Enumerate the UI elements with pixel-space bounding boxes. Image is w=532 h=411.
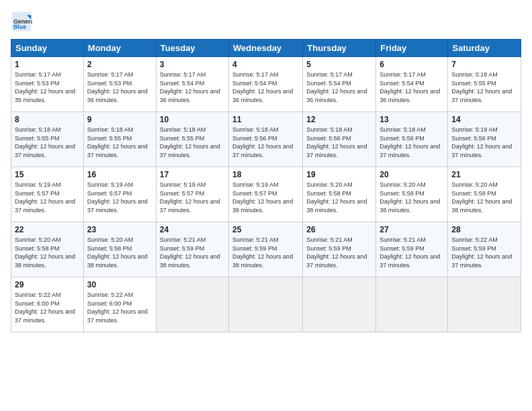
cell-text: Sunrise: 5:20 AMSunset: 5:58 PMDaylight:… bbox=[306, 181, 367, 214]
day-number: 11 bbox=[232, 115, 299, 124]
cell-text: Sunrise: 5:19 AMSunset: 5:56 PMDaylight:… bbox=[451, 126, 512, 158]
cell-text: Sunrise: 5:21 AMSunset: 5:59 PMDaylight:… bbox=[232, 236, 293, 269]
cell-text: Sunrise: 5:19 AMSunset: 5:57 PMDaylight:… bbox=[15, 181, 75, 214]
calendar-cell: 29 Sunrise: 5:22 AMSunset: 6:00 PMDaylig… bbox=[11, 277, 84, 332]
day-number: 15 bbox=[15, 170, 80, 179]
calendar-cell: 17 Sunrise: 5:19 AMSunset: 5:57 PMDaylig… bbox=[156, 167, 228, 222]
day-number: 17 bbox=[160, 170, 225, 179]
col-tuesday: Tuesday bbox=[156, 40, 228, 57]
calendar-cell bbox=[448, 277, 521, 332]
day-number: 28 bbox=[451, 225, 517, 234]
day-number: 16 bbox=[87, 170, 152, 179]
calendar-week-row: 29 Sunrise: 5:22 AMSunset: 6:00 PMDaylig… bbox=[11, 277, 521, 332]
day-number: 5 bbox=[306, 60, 372, 69]
calendar-cell: 6 Sunrise: 5:17 AMSunset: 5:54 PMDayligh… bbox=[376, 57, 448, 112]
calendar-cell: 10 Sunrise: 5:18 AMSunset: 5:55 PMDaylig… bbox=[156, 112, 228, 167]
header: General Blue bbox=[11, 11, 521, 32]
col-saturday: Saturday bbox=[448, 40, 521, 57]
calendar-cell: 14 Sunrise: 5:19 AMSunset: 5:56 PMDaylig… bbox=[448, 112, 521, 167]
cell-text: Sunrise: 5:21 AMSunset: 5:59 PMDaylight:… bbox=[380, 236, 440, 269]
cell-text: Sunrise: 5:21 AMSunset: 5:59 PMDaylight:… bbox=[160, 236, 220, 269]
cell-text: Sunrise: 5:18 AMSunset: 5:55 PMDaylight:… bbox=[451, 71, 512, 103]
logo: General Blue bbox=[11, 11, 35, 32]
calendar-cell bbox=[156, 277, 228, 332]
day-number: 27 bbox=[380, 225, 444, 234]
cell-text: Sunrise: 5:18 AMSunset: 5:55 PMDaylight:… bbox=[15, 126, 75, 158]
calendar-cell: 11 Sunrise: 5:18 AMSunset: 5:56 PMDaylig… bbox=[229, 112, 303, 167]
day-number: 7 bbox=[451, 60, 517, 69]
cell-text: Sunrise: 5:22 AMSunset: 6:00 PMDaylight:… bbox=[15, 291, 75, 324]
cell-text: Sunrise: 5:19 AMSunset: 5:57 PMDaylight:… bbox=[160, 181, 220, 214]
cell-text: Sunrise: 5:17 AMSunset: 5:53 PMDaylight:… bbox=[87, 71, 148, 103]
day-number: 25 bbox=[232, 225, 299, 234]
day-number: 2 bbox=[87, 60, 152, 69]
day-number: 10 bbox=[160, 115, 225, 124]
day-number: 24 bbox=[160, 225, 225, 234]
calendar-cell: 3 Sunrise: 5:17 AMSunset: 5:54 PMDayligh… bbox=[156, 57, 228, 112]
day-number: 6 bbox=[380, 60, 444, 69]
calendar-cell: 1 Sunrise: 5:17 AMSunset: 5:53 PMDayligh… bbox=[11, 57, 84, 112]
svg-text:Blue: Blue bbox=[13, 24, 26, 30]
day-number: 1 bbox=[15, 60, 80, 69]
calendar-cell: 2 Sunrise: 5:17 AMSunset: 5:53 PMDayligh… bbox=[83, 57, 156, 112]
calendar-week-row: 1 Sunrise: 5:17 AMSunset: 5:53 PMDayligh… bbox=[11, 57, 521, 112]
day-number: 22 bbox=[15, 225, 80, 234]
calendar-cell: 27 Sunrise: 5:21 AMSunset: 5:59 PMDaylig… bbox=[376, 222, 448, 277]
calendar-page: General Blue Sunday Monday Tuesday Wedne… bbox=[0, 0, 532, 411]
col-sunday: Sunday bbox=[11, 40, 84, 57]
calendar-cell: 26 Sunrise: 5:21 AMSunset: 5:59 PMDaylig… bbox=[303, 222, 376, 277]
calendar-cell: 8 Sunrise: 5:18 AMSunset: 5:55 PMDayligh… bbox=[11, 112, 84, 167]
day-number: 26 bbox=[306, 225, 372, 234]
calendar-cell: 28 Sunrise: 5:22 AMSunset: 5:59 PMDaylig… bbox=[448, 222, 521, 277]
cell-text: Sunrise: 5:19 AMSunset: 5:57 PMDaylight:… bbox=[232, 181, 293, 214]
col-wednesday: Wednesday bbox=[229, 40, 303, 57]
cell-text: Sunrise: 5:17 AMSunset: 5:53 PMDaylight:… bbox=[15, 71, 75, 103]
calendar-header-row: Sunday Monday Tuesday Wednesday Thursday… bbox=[11, 40, 521, 57]
cell-text: Sunrise: 5:20 AMSunset: 5:58 PMDaylight:… bbox=[87, 236, 148, 269]
calendar-table: Sunday Monday Tuesday Wednesday Thursday… bbox=[11, 39, 521, 332]
day-number: 3 bbox=[160, 60, 225, 69]
day-number: 4 bbox=[232, 60, 299, 69]
calendar-cell: 13 Sunrise: 5:18 AMSunset: 5:56 PMDaylig… bbox=[376, 112, 448, 167]
day-number: 30 bbox=[87, 280, 152, 289]
calendar-cell: 22 Sunrise: 5:20 AMSunset: 5:58 PMDaylig… bbox=[11, 222, 84, 277]
calendar-cell: 23 Sunrise: 5:20 AMSunset: 5:58 PMDaylig… bbox=[83, 222, 156, 277]
day-number: 20 bbox=[380, 170, 444, 179]
day-number: 29 bbox=[15, 280, 80, 289]
day-number: 19 bbox=[306, 170, 372, 179]
calendar-cell: 7 Sunrise: 5:18 AMSunset: 5:55 PMDayligh… bbox=[448, 57, 521, 112]
day-number: 8 bbox=[15, 115, 80, 124]
day-number: 9 bbox=[87, 115, 152, 124]
calendar-cell: 19 Sunrise: 5:20 AMSunset: 5:58 PMDaylig… bbox=[303, 167, 376, 222]
cell-text: Sunrise: 5:17 AMSunset: 5:54 PMDaylight:… bbox=[160, 71, 220, 103]
calendar-cell: 15 Sunrise: 5:19 AMSunset: 5:57 PMDaylig… bbox=[11, 167, 84, 222]
day-number: 14 bbox=[451, 115, 517, 124]
calendar-cell: 30 Sunrise: 5:22 AMSunset: 6:00 PMDaylig… bbox=[83, 277, 156, 332]
col-friday: Friday bbox=[376, 40, 448, 57]
calendar-cell: 25 Sunrise: 5:21 AMSunset: 5:59 PMDaylig… bbox=[229, 222, 303, 277]
day-number: 21 bbox=[451, 170, 517, 179]
calendar-cell: 20 Sunrise: 5:20 AMSunset: 5:58 PMDaylig… bbox=[376, 167, 448, 222]
logo-icon: General Blue bbox=[11, 11, 32, 32]
day-number: 13 bbox=[380, 115, 444, 124]
cell-text: Sunrise: 5:18 AMSunset: 5:56 PMDaylight:… bbox=[306, 126, 367, 158]
cell-text: Sunrise: 5:18 AMSunset: 5:55 PMDaylight:… bbox=[87, 126, 148, 158]
cell-text: Sunrise: 5:22 AMSunset: 5:59 PMDaylight:… bbox=[451, 236, 512, 269]
cell-text: Sunrise: 5:22 AMSunset: 6:00 PMDaylight:… bbox=[87, 291, 148, 324]
calendar-cell: 21 Sunrise: 5:20 AMSunset: 5:58 PMDaylig… bbox=[448, 167, 521, 222]
cell-text: Sunrise: 5:21 AMSunset: 5:59 PMDaylight:… bbox=[306, 236, 367, 269]
calendar-cell: 16 Sunrise: 5:19 AMSunset: 5:57 PMDaylig… bbox=[83, 167, 156, 222]
calendar-week-row: 8 Sunrise: 5:18 AMSunset: 5:55 PMDayligh… bbox=[11, 112, 521, 167]
cell-text: Sunrise: 5:18 AMSunset: 5:55 PMDaylight:… bbox=[160, 126, 220, 158]
cell-text: Sunrise: 5:18 AMSunset: 5:56 PMDaylight:… bbox=[232, 126, 293, 158]
calendar-cell bbox=[376, 277, 448, 332]
day-number: 18 bbox=[232, 170, 299, 179]
calendar-cell: 9 Sunrise: 5:18 AMSunset: 5:55 PMDayligh… bbox=[83, 112, 156, 167]
day-number: 12 bbox=[306, 115, 372, 124]
calendar-cell bbox=[303, 277, 376, 332]
cell-text: Sunrise: 5:20 AMSunset: 5:58 PMDaylight:… bbox=[451, 181, 512, 214]
col-monday: Monday bbox=[83, 40, 156, 57]
cell-text: Sunrise: 5:17 AMSunset: 5:54 PMDaylight:… bbox=[232, 71, 293, 103]
calendar-cell: 5 Sunrise: 5:17 AMSunset: 5:54 PMDayligh… bbox=[303, 57, 376, 112]
calendar-cell: 18 Sunrise: 5:19 AMSunset: 5:57 PMDaylig… bbox=[229, 167, 303, 222]
